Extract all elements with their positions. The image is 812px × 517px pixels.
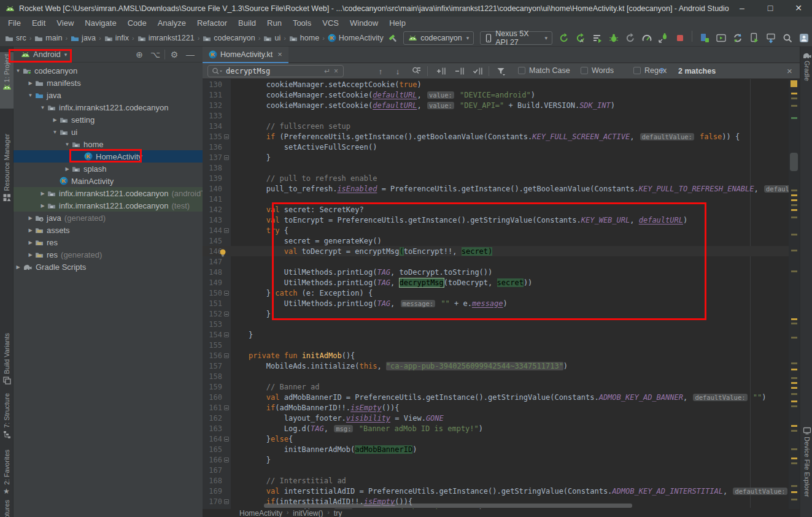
editor-breadcrumb-item[interactable]: HomeActivity bbox=[239, 509, 282, 517]
menu-build[interactable]: Build bbox=[233, 18, 261, 28]
error-stripe-mark[interactable] bbox=[791, 425, 797, 427]
tree-item-mainactivity[interactable]: KMainActivity bbox=[14, 175, 203, 187]
fold-marker-icon[interactable] bbox=[222, 402, 231, 413]
fold-marker-icon[interactable] bbox=[222, 131, 231, 142]
error-stripe[interactable] bbox=[789, 79, 800, 517]
code-line-132[interactable]: 132 cookieManager.setCookie(defaultURL, … bbox=[203, 100, 789, 110]
code-line-158[interactable]: 158 bbox=[203, 371, 789, 381]
error-stripe-mark[interactable] bbox=[791, 216, 797, 218]
error-stripe-mark[interactable] bbox=[791, 199, 797, 201]
tree-collapsed-arrow-icon[interactable]: ▶ bbox=[27, 240, 34, 245]
gradle-sync-icon[interactable] bbox=[729, 31, 746, 45]
tree-expanded-arrow-icon[interactable]: ▼ bbox=[15, 68, 21, 74]
error-stripe-mark[interactable] bbox=[791, 209, 797, 211]
breadcrumb-homeactivity[interactable]: KHomeActivity bbox=[328, 34, 384, 42]
error-stripe-mark[interactable] bbox=[791, 234, 797, 236]
fold-marker-icon[interactable] bbox=[222, 308, 231, 319]
code-line-136[interactable]: 136 setActiveFullScreen() bbox=[203, 142, 789, 152]
stop-icon[interactable] bbox=[671, 31, 688, 45]
tool-stripe-build-variants[interactable]: Build Variants bbox=[0, 331, 14, 389]
search-icon[interactable] bbox=[779, 31, 795, 45]
run-icon[interactable] bbox=[555, 31, 572, 45]
menu-file[interactable]: File bbox=[2, 18, 26, 28]
error-stripe-mark[interactable] bbox=[791, 430, 797, 432]
attach-debugger-icon[interactable] bbox=[655, 31, 671, 45]
breadcrumb-java[interactable]: java bbox=[71, 34, 96, 42]
tree-item-codecanyon[interactable]: ▼codecanyon bbox=[14, 64, 203, 77]
error-stripe-mark[interactable] bbox=[791, 499, 797, 500]
code-line-157[interactable]: 157 MobileAds.initialize(this, "ca-app-p… bbox=[203, 361, 789, 371]
tool-stripe-resource-manager[interactable]: Resource Manager bbox=[0, 132, 14, 213]
device-run-icon[interactable] bbox=[746, 31, 762, 45]
menu-vcs[interactable]: VCS bbox=[317, 18, 344, 28]
tree-collapsed-arrow-icon[interactable]: ▶ bbox=[15, 264, 21, 270]
previous-occurrence-icon[interactable]: ↑ bbox=[373, 65, 388, 77]
close-find-bar-icon[interactable]: × bbox=[787, 66, 792, 76]
tree-item-infix-imrankst1221-codecanyon[interactable]: ▶infix.imrankst1221.codecanyon(androidTe… bbox=[14, 187, 203, 199]
tree-item-res[interactable]: ▶res(generated) bbox=[14, 248, 203, 261]
error-stripe-mark[interactable] bbox=[791, 362, 797, 364]
error-stripe-mark[interactable] bbox=[791, 323, 797, 324]
menu-view[interactable]: View bbox=[51, 18, 79, 28]
error-stripe-mark[interactable] bbox=[791, 393, 797, 395]
fold-marker-icon[interactable] bbox=[222, 454, 231, 465]
select-all-occurrences-icon[interactable] bbox=[470, 65, 485, 77]
locate-file-icon[interactable]: ⊕ bbox=[131, 50, 147, 59]
code-line-139[interactable]: 139 // pull to refresh enable bbox=[203, 173, 789, 183]
tool-stripe-7-structure[interactable]: 7: Structure bbox=[0, 391, 14, 446]
breadcrumb-ui[interactable]: ui bbox=[263, 34, 280, 42]
error-stripe-mark[interactable] bbox=[791, 80, 797, 87]
tab-close-icon[interactable]: × bbox=[277, 50, 282, 59]
code-line-138[interactable]: 138 bbox=[203, 163, 789, 173]
add-selection-icon[interactable] bbox=[433, 65, 448, 77]
error-stripe-mark[interactable] bbox=[791, 369, 797, 370]
tree-collapsed-arrow-icon[interactable]: ▶ bbox=[39, 191, 46, 196]
menu-tools[interactable]: Tools bbox=[287, 18, 317, 28]
tree-item-home[interactable]: ▼home bbox=[14, 138, 203, 150]
tree-item-java[interactable]: ▶java(generated) bbox=[14, 212, 203, 224]
device-select[interactable]: Nexus 5X API 27 ▾ bbox=[480, 31, 552, 45]
code-line-134[interactable]: 134 // fullscreen setup bbox=[203, 121, 789, 131]
menu-refactor[interactable]: Refactor bbox=[191, 18, 233, 28]
code-line-164[interactable]: 164 }else{ bbox=[203, 434, 789, 444]
error-stripe-mark[interactable] bbox=[791, 270, 797, 272]
tree-item-setting[interactable]: ▶setting bbox=[14, 113, 203, 126]
profile-disabled-icon[interactable] bbox=[622, 31, 638, 45]
tree-collapsed-arrow-icon[interactable]: ▶ bbox=[64, 166, 71, 172]
fold-marker-icon[interactable] bbox=[222, 288, 231, 298]
error-stripe-mark[interactable] bbox=[791, 377, 797, 379]
tree-item-ui[interactable]: ▼ui bbox=[14, 126, 203, 138]
checkbox-icon[interactable] bbox=[518, 67, 525, 74]
code-line-133[interactable]: 133 bbox=[203, 110, 789, 121]
error-stripe-mark[interactable] bbox=[791, 387, 797, 389]
tree-item-manifests[interactable]: ▶manifests bbox=[14, 77, 203, 89]
error-stripe-mark[interactable] bbox=[791, 448, 797, 450]
tree-item-java[interactable]: ▼java bbox=[14, 89, 203, 101]
code-line-168[interactable]: 168 // Interstitial ad bbox=[203, 475, 789, 486]
fold-marker-icon[interactable] bbox=[222, 434, 231, 444]
profiler-icon[interactable] bbox=[638, 31, 655, 45]
checkbox-icon[interactable] bbox=[633, 67, 641, 74]
tree-item-gradle-scripts[interactable]: ▶Gradle Scripts bbox=[14, 261, 203, 273]
menu-help[interactable]: Help bbox=[384, 18, 411, 28]
checkbox-icon[interactable] bbox=[581, 67, 588, 74]
error-stripe-mark[interactable] bbox=[791, 462, 797, 464]
fold-marker-icon[interactable] bbox=[222, 496, 231, 507]
next-occurrence-icon[interactable]: ↓ bbox=[390, 65, 405, 77]
code-line-153[interactable]: 153 bbox=[203, 319, 789, 329]
tree-item-splash[interactable]: ▶splash bbox=[14, 163, 203, 175]
error-stripe-mark[interactable] bbox=[791, 318, 797, 320]
code-line-166[interactable]: 166 } bbox=[203, 454, 789, 465]
run-attach-icon[interactable]: A bbox=[572, 31, 589, 45]
breadcrumb-infix[interactable]: infix bbox=[104, 34, 129, 42]
code-line-159[interactable]: 159 // Banner ad bbox=[203, 381, 789, 392]
scrollbar-thumb[interactable] bbox=[790, 153, 798, 171]
code-line-155[interactable]: 155 bbox=[203, 340, 789, 350]
menu-code[interactable]: Code bbox=[122, 18, 152, 28]
remove-selection-icon[interactable] bbox=[452, 65, 466, 77]
tool-stripe-device-file-explorer[interactable]: Device File Explorer bbox=[800, 426, 812, 517]
menu-edit[interactable]: Edit bbox=[26, 18, 51, 28]
error-stripe-mark[interactable] bbox=[791, 491, 797, 493]
horizontal-scrollbar[interactable] bbox=[264, 504, 632, 508]
error-stripe-mark[interactable] bbox=[791, 382, 797, 384]
